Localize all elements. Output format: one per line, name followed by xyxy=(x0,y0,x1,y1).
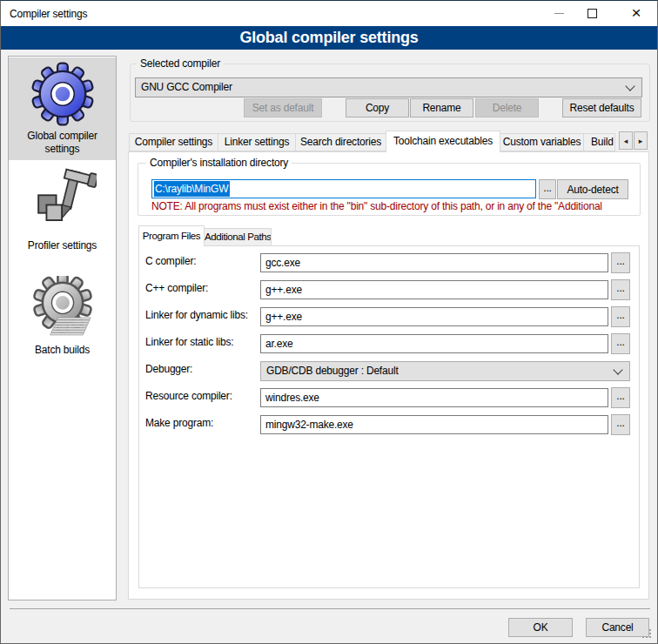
titlebar[interactable]: Compiler settings × xyxy=(1,1,657,26)
row-label: Debugger: xyxy=(145,363,192,376)
row-input[interactable]: g++.exe xyxy=(260,307,608,326)
tab-label: Custom variables xyxy=(503,136,581,148)
row-input[interactable]: g++.exe xyxy=(260,280,608,299)
installation-directory-group-label: Compiler's installation directory xyxy=(146,157,292,169)
tab-label: Build options xyxy=(591,136,615,148)
settings-tabbar: Compiler settingsLinker settingsSearch d… xyxy=(129,131,615,152)
tab-label: Search directories xyxy=(300,136,381,148)
button-label: Reset defaults xyxy=(570,102,634,114)
tab-scroll-left-icon: ◂ xyxy=(624,137,628,145)
row-input-value: ar.exe xyxy=(265,338,293,350)
row-label: Linker for dynamic libs: xyxy=(145,309,248,322)
row-input-value: mingw32-make.exe xyxy=(265,419,353,431)
tab-scroll-left-button[interactable]: ◂ xyxy=(619,131,633,150)
chevron-down-icon xyxy=(625,81,634,91)
installation-directory-input[interactable]: C:\raylib\MinGW xyxy=(151,179,536,198)
minimize-icon xyxy=(554,13,564,14)
row-browse-button[interactable]: ... xyxy=(611,414,630,435)
row-browse-button[interactable]: ... xyxy=(611,306,630,327)
browse-button-label: ... xyxy=(616,282,624,294)
tab-build-options[interactable]: Build options xyxy=(583,133,615,151)
reset-defaults-button[interactable]: Reset defaults xyxy=(562,98,641,117)
caliper-icon xyxy=(29,164,97,235)
tab-label: Linker settings xyxy=(225,136,289,148)
sidebar-item-batch-builds[interactable]: Batch builds xyxy=(9,274,116,377)
compiler-settings-dialog: Compiler settings × Global compiler sett… xyxy=(0,0,658,644)
page-header: Global compiler settings xyxy=(1,26,657,50)
rename-button[interactable]: Rename xyxy=(410,98,473,117)
sidebar-item-label: settings xyxy=(9,143,116,156)
row-label: Linker for static libs: xyxy=(145,336,233,349)
tab-label: Compiler settings xyxy=(135,136,212,148)
row-label: Resource compiler: xyxy=(145,390,232,403)
browse-button-label: ... xyxy=(616,336,624,348)
tab-additional-paths[interactable]: Additional Paths xyxy=(204,228,272,246)
row-label: C++ compiler: xyxy=(145,282,208,295)
installation-directory-value: C:\raylib\MinGW xyxy=(154,181,230,197)
row-label: C compiler: xyxy=(145,255,196,268)
browse-button-label: ... xyxy=(616,390,624,402)
browse-button-label: ... xyxy=(616,255,624,267)
auto-detect-button[interactable]: Auto-detect xyxy=(557,179,628,199)
footer-separator xyxy=(10,608,650,609)
row-input-value: g++.exe xyxy=(265,311,302,323)
cancel-button[interactable]: Cancel xyxy=(586,618,649,637)
sidebar-item-label: Global compiler xyxy=(9,130,116,143)
compiler-select[interactable]: GNU GCC Compiler xyxy=(135,77,642,97)
resize-grip[interactable] xyxy=(642,629,653,640)
sidebar: Global compilersettingsProfiler settings… xyxy=(8,56,117,600)
tab-toolchain-executables[interactable]: Toolchain executables xyxy=(386,131,500,152)
tab-custom-variables[interactable]: Custom variables xyxy=(500,133,584,151)
row-input[interactable]: mingw32-make.exe xyxy=(260,415,608,434)
close-icon: × xyxy=(632,3,641,23)
browse-button-label: ... xyxy=(616,417,624,429)
browse-button-label: ... xyxy=(616,309,624,321)
row-browse-button[interactable]: ... xyxy=(611,387,630,408)
minimize-button[interactable] xyxy=(546,1,572,26)
compiler-select-value: GNU GCC Compiler xyxy=(141,81,232,93)
tab-search-directories[interactable]: Search directories xyxy=(295,133,386,151)
row-browse-button[interactable]: ... xyxy=(611,252,630,273)
maximize-icon xyxy=(588,9,597,18)
row-label: Make program: xyxy=(145,417,213,430)
button-label: Set as default xyxy=(252,102,314,114)
sidebar-item-global-compiler-settings[interactable]: Global compilersettings xyxy=(9,57,116,160)
set-as-default-button[interactable]: Set as default xyxy=(244,98,322,117)
note-text: NOTE: All programs must exist either in … xyxy=(151,200,648,212)
sidebar-item-label: Profiler settings xyxy=(9,239,116,252)
tab-compiler-settings[interactable]: Compiler settings xyxy=(129,133,218,151)
row-input-value: gcc.exe xyxy=(265,257,300,269)
tab-label: Toolchain executables xyxy=(393,135,493,147)
tab-linker-settings[interactable]: Linker settings xyxy=(218,133,296,151)
debugger-select-value: GDB/CDB debugger : Default xyxy=(266,365,399,377)
window-title: Compiler settings xyxy=(10,8,87,20)
button-label: Copy xyxy=(366,102,389,114)
chevron-down-icon xyxy=(613,365,622,374)
installation-directory-browse-button[interactable]: ... xyxy=(539,179,556,199)
row-browse-button[interactable]: ... xyxy=(611,333,630,354)
gray-gear-stack-icon xyxy=(31,276,94,341)
tab-scroll-right-icon: ▸ xyxy=(639,137,642,145)
row-input[interactable]: ar.exe xyxy=(260,334,608,353)
sidebar-item-profiler-settings[interactable]: Profiler settings xyxy=(9,163,116,253)
blue-gear-icon xyxy=(30,61,96,130)
selected-compiler-group-label: Selected compiler xyxy=(137,57,224,70)
row-input-value: g++.exe xyxy=(265,284,302,296)
sidebar-item-label: Batch builds xyxy=(9,344,116,357)
button-label: Delete xyxy=(493,102,522,114)
row-input[interactable]: gcc.exe xyxy=(260,253,608,272)
row-input[interactable]: windres.exe xyxy=(260,388,608,407)
maximize-button[interactable] xyxy=(579,1,605,26)
close-button[interactable]: × xyxy=(623,1,649,26)
debugger-select[interactable]: GDB/CDB debugger : Default xyxy=(260,361,630,381)
row-browse-button[interactable]: ... xyxy=(611,279,630,300)
button-label: Rename xyxy=(422,102,460,114)
tab-scroll-right-button[interactable]: ▸ xyxy=(634,131,648,150)
tab-program-files[interactable]: Program Files xyxy=(138,225,205,246)
copy-button[interactable]: Copy xyxy=(346,98,409,117)
ok-button[interactable]: OK xyxy=(508,618,573,637)
delete-button[interactable]: Delete xyxy=(475,98,539,117)
row-input-value: windres.exe xyxy=(265,392,319,404)
